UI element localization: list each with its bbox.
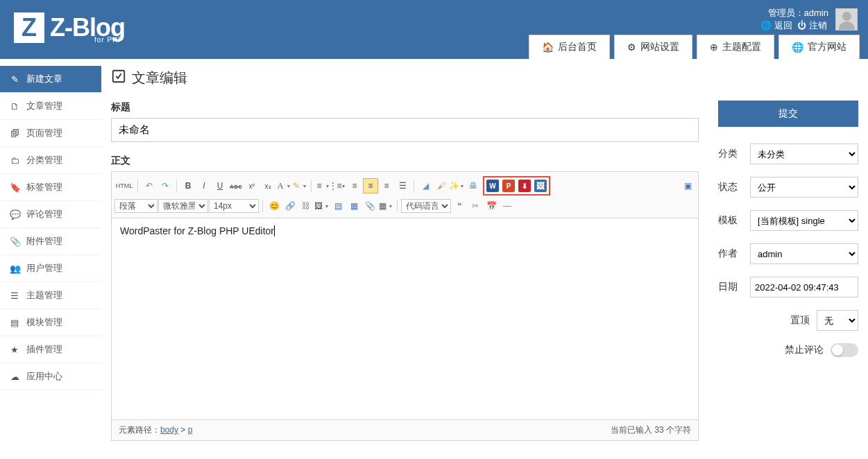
sidebar-item-attachments[interactable]: 📎附件管理 — [0, 228, 101, 255]
sidebar-item-posts[interactable]: 🗋文章管理 — [0, 93, 101, 120]
user-info: 管理员：admin 🌐 返回 ⏻ 注销 — [759, 7, 858, 32]
theme-icon: ⊕ — [710, 42, 718, 53]
date-input[interactable] — [750, 277, 858, 297]
insert-image-button[interactable]: 🖼 — [314, 198, 330, 214]
align-center-button[interactable]: ≡ — [363, 178, 378, 193]
title-input[interactable] — [111, 118, 699, 142]
author-select[interactable]: admin — [750, 243, 858, 264]
word-import-button[interactable]: W — [485, 178, 500, 193]
html-button[interactable]: HTML — [114, 178, 134, 193]
logout-link[interactable]: ⏻ 注销 — [797, 20, 827, 31]
ppt-import-button[interactable]: P — [501, 178, 516, 193]
fullscreen-button[interactable]: ▣ — [680, 178, 695, 193]
category-label: 分类 — [718, 148, 743, 160]
forecolor-button[interactable]: A — [276, 178, 291, 193]
nocomment-label: 禁止评论 — [785, 344, 824, 356]
pagebreak-button[interactable]: ✂ — [468, 198, 483, 214]
path-body-link[interactable]: body — [160, 425, 178, 435]
code-lang-select[interactable]: 代码语言 — [401, 199, 451, 213]
size-select[interactable]: 14px — [209, 199, 259, 213]
editor-content[interactable]: WordPaster for Z-Blog PHP UEditor — [112, 218, 698, 419]
plugin-icon: ★ — [10, 345, 19, 355]
sidebar-item-comments[interactable]: 💬评论管理 — [0, 201, 101, 228]
word-icon: W — [486, 180, 499, 192]
pdf-import-button[interactable]: ⬇ — [517, 178, 532, 193]
users-icon: 👥 — [10, 263, 19, 274]
pin-select[interactable]: 无 — [817, 310, 858, 331]
underline-button[interactable]: U — [212, 178, 228, 193]
avatar-icon[interactable] — [835, 8, 858, 31]
italic-button[interactable]: I — [196, 178, 212, 193]
comment-icon: 💬 — [10, 209, 19, 220]
align-justify-button[interactable]: ☰ — [395, 178, 410, 193]
insert-table-button[interactable]: ▦ — [378, 198, 393, 214]
align-right-button[interactable]: ≡ — [379, 178, 394, 193]
nav-dashboard[interactable]: 🏠后台首页 — [529, 35, 610, 59]
date-button[interactable]: 📅 — [484, 198, 499, 214]
logo-subtext: for PHP — [94, 36, 124, 44]
top-nav: 🏠后台首页 ⚙网站设置 ⊕主题配置 🌐官方网站 — [525, 35, 860, 59]
redo-button[interactable]: ↷ — [158, 178, 173, 193]
eraser-button[interactable]: ◢ — [418, 178, 433, 193]
undo-button[interactable]: ↶ — [142, 178, 157, 193]
nav-theme[interactable]: ⊕主题配置 — [697, 35, 774, 59]
logo-icon: Z — [14, 12, 44, 43]
main-content: 文章编辑 标题 正文 HTML ↶ ↷ B I U ᴀʙᴄ x² x₂ A — [101, 59, 708, 441]
sidebar-item-pages[interactable]: 🗐页面管理 — [0, 120, 101, 147]
path-p-link[interactable]: p — [188, 425, 193, 435]
hr-button[interactable]: — — [500, 198, 515, 214]
home-icon: 🏠 — [542, 42, 554, 53]
superscript-button[interactable]: x² — [244, 178, 259, 193]
sidebar-item-appstore[interactable]: ☁应用中心 — [0, 363, 101, 390]
font-select[interactable]: 微软雅黑 — [158, 199, 208, 213]
sidebar-item-themes[interactable]: ☰主题管理 — [0, 282, 101, 309]
submit-button[interactable]: 提交 — [718, 101, 858, 127]
nav-official[interactable]: 🌐官方网站 — [778, 35, 860, 59]
unordered-list-button[interactable]: ⋮≡ — [331, 178, 346, 193]
category-select[interactable]: 未分类 — [750, 144, 858, 164]
sidebar-item-tags[interactable]: 🔖标签管理 — [0, 174, 101, 201]
quote-button[interactable]: ❝ — [452, 198, 467, 214]
status-select[interactable]: 公开 — [750, 177, 858, 198]
editor: HTML ↶ ↷ B I U ᴀʙᴄ x² x₂ A ✎ ≡ ⋮≡ ≡ — [111, 171, 699, 441]
bold-button[interactable]: B — [180, 178, 196, 193]
emoji-button[interactable]: 😊 — [266, 198, 282, 214]
print-button[interactable]: 🖶 — [466, 178, 481, 193]
sidebar: ✎新建文章 🗋文章管理 🗐页面管理 🗀分类管理 🔖标签管理 💬评论管理 📎附件管… — [0, 59, 101, 441]
cloud-icon: ☁ — [10, 372, 19, 382]
sidebar-item-plugins[interactable]: ★插件管理 — [0, 336, 101, 363]
nav-settings[interactable]: ⚙网站设置 — [614, 35, 692, 59]
sidebar-item-users[interactable]: 👥用户管理 — [0, 255, 101, 282]
link-button[interactable]: 🔗 — [282, 198, 298, 214]
date-label: 日期 — [718, 281, 743, 293]
tag-icon: 🔖 — [10, 182, 19, 193]
unlink-button[interactable]: ⛓ — [298, 198, 314, 214]
editor-footer: 元素路径：body > p 当前已输入 33 个字符 — [112, 419, 698, 440]
align-left-button[interactable]: ≡ — [347, 178, 362, 193]
folder-icon: 🗀 — [10, 155, 19, 166]
sidebar-item-categories[interactable]: 🗀分类管理 — [0, 147, 101, 174]
user-label: 管理员：admin — [759, 7, 828, 19]
formatmatch-button[interactable]: 🖌 — [434, 178, 449, 193]
insert-video-button[interactable]: ▤ — [330, 198, 346, 214]
sidebar-item-new-post[interactable]: ✎新建文章 — [0, 66, 101, 93]
globe-icon: 🌐 — [792, 42, 803, 53]
title-label: 标题 — [111, 101, 699, 114]
nocomment-toggle[interactable] — [831, 343, 858, 357]
content-label: 正文 — [111, 155, 699, 167]
insert-attachment-button[interactable]: 📎 — [362, 198, 377, 214]
image-import-button[interactable]: 🖼 — [533, 178, 548, 193]
strikethrough-button[interactable]: ᴀʙᴄ — [228, 178, 244, 193]
module-icon: ▤ — [10, 318, 19, 328]
element-path: 元素路径：body > p — [119, 424, 192, 436]
right-panel: 提交 分类 未分类 状态 公开 模板 [当前模板] single 作者 admi… — [708, 59, 868, 441]
template-select[interactable]: [当前模板] single — [750, 210, 858, 231]
insert-music-button[interactable]: ▦ — [346, 198, 361, 214]
autotype-button[interactable]: ✨ — [450, 178, 465, 193]
backcolor-button[interactable]: ✎ — [292, 178, 307, 193]
return-link[interactable]: 🌐 返回 — [760, 20, 792, 31]
sidebar-item-modules[interactable]: ▤模块管理 — [0, 309, 101, 336]
logo[interactable]: Z Z-Blog for PHP — [14, 12, 125, 43]
subscript-button[interactable]: x₂ — [260, 178, 275, 193]
paragraph-select[interactable]: 段落 — [114, 199, 158, 213]
